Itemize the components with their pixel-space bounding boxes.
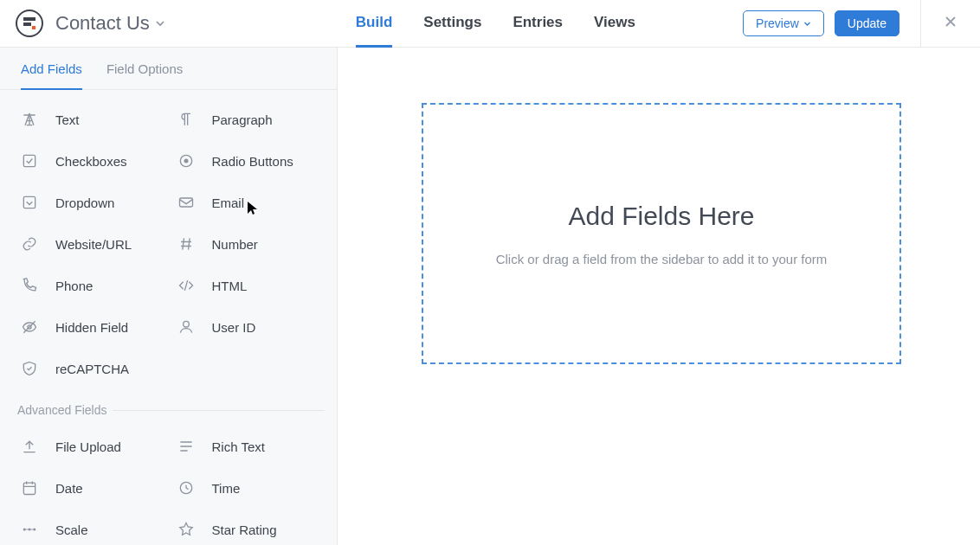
field-label: Email (212, 196, 245, 210)
field-label: Checkboxes (55, 154, 127, 169)
form-canvas[interactable]: Add Fields Here Click or drag a field fr… (338, 48, 980, 545)
chevron-down-icon (155, 18, 165, 29)
field-label: User ID (212, 320, 256, 335)
sidebar-tab-add-fields[interactable]: Add Fields (21, 61, 82, 90)
close-button[interactable] (937, 10, 964, 37)
preview-button-label: Preview (756, 16, 799, 30)
field-label: Time (212, 481, 241, 496)
field-label: Website/URL (55, 237, 132, 252)
dropdown-icon (19, 192, 40, 213)
field-phone[interactable]: Phone (12, 265, 169, 306)
field-number[interactable]: Number (169, 223, 326, 265)
checkbox-icon (19, 151, 40, 171)
svg-rect-3 (23, 196, 35, 208)
field-list: Text Paragraph Checkboxes (0, 90, 337, 545)
form-title-label: Contact Us (55, 12, 150, 35)
svg-rect-7 (23, 483, 35, 494)
field-label: HTML (212, 279, 248, 293)
eye-off-icon (19, 317, 40, 337)
field-html[interactable]: HTML (169, 265, 326, 306)
field-label: Text (55, 112, 80, 127)
nav-entries[interactable]: Entries (513, 0, 563, 48)
field-website-url[interactable]: Website/URL (12, 223, 169, 265)
field-label: Paragraph (212, 112, 273, 127)
link-icon (19, 234, 40, 254)
chevron-down-icon (803, 16, 811, 30)
dropzone[interactable]: Add Fields Here Click or drag a field fr… (422, 103, 901, 364)
app-header: Contact Us Build Settings Entries Views … (0, 0, 980, 48)
field-recaptcha[interactable]: reCAPTCHA (12, 348, 169, 389)
close-icon (944, 15, 957, 33)
paragraph-icon (176, 109, 197, 130)
field-label: Phone (55, 279, 93, 293)
section-advanced-fields: Advanced Fields (12, 403, 325, 417)
field-hidden[interactable]: Hidden Field (12, 306, 169, 348)
field-scale[interactable]: Scale (12, 509, 169, 545)
field-paragraph[interactable]: Paragraph (169, 99, 326, 140)
field-email[interactable]: Email (169, 182, 326, 223)
header-divider (920, 0, 921, 48)
hash-icon (176, 234, 197, 254)
preview-button[interactable]: Preview (743, 10, 824, 36)
field-label: reCAPTCHA (55, 362, 129, 376)
user-icon (176, 317, 197, 337)
calendar-icon (19, 478, 40, 498)
field-star-rating[interactable]: Star Rating (169, 509, 326, 545)
upload-icon (19, 436, 40, 457)
field-label: Star Rating (212, 523, 277, 537)
dropzone-title: Add Fields Here (568, 202, 754, 231)
text-icon (19, 109, 40, 130)
field-label: Hidden Field (55, 320, 128, 335)
field-radio-buttons[interactable]: Radio Buttons (169, 140, 326, 182)
phone-icon (19, 275, 40, 296)
dropzone-subtitle: Click or drag a field from the sidebar t… (496, 252, 828, 266)
nav-build[interactable]: Build (356, 0, 393, 48)
field-dropdown[interactable]: Dropdown (12, 182, 169, 223)
field-time[interactable]: Time (169, 467, 326, 509)
form-title-dropdown[interactable]: Contact Us (55, 12, 165, 35)
app-logo-icon (16, 10, 43, 37)
field-user-id[interactable]: User ID (169, 306, 326, 348)
update-button[interactable]: Update (835, 10, 899, 36)
field-rich-text[interactable]: Rich Text (169, 426, 326, 467)
nav-views[interactable]: Views (594, 0, 635, 48)
nav-settings[interactable]: Settings (423, 0, 481, 48)
scale-icon (19, 519, 40, 540)
clock-icon (176, 478, 197, 498)
field-label: Dropdown (55, 196, 114, 210)
sidebar: Add Fields Field Options Text Paragraph (0, 48, 338, 545)
field-label: Radio Buttons (212, 154, 293, 169)
sidebar-tabs: Add Fields Field Options (0, 48, 337, 90)
field-label: Rich Text (212, 439, 265, 454)
svg-rect-0 (23, 155, 35, 166)
rich-text-icon (176, 436, 197, 457)
header-nav: Build Settings Entries Views (356, 0, 635, 47)
svg-point-6 (183, 321, 189, 327)
header-actions: Preview Update (743, 0, 964, 48)
email-icon (176, 192, 197, 213)
field-label: File Upload (55, 439, 121, 454)
radio-icon (176, 151, 197, 171)
field-label: Date (55, 481, 83, 496)
svg-rect-4 (179, 198, 192, 207)
field-label: Number (212, 237, 258, 252)
section-label: Advanced Fields (9, 403, 113, 417)
field-checkboxes[interactable]: Checkboxes (12, 140, 169, 182)
field-file-upload[interactable]: File Upload (12, 426, 169, 467)
svg-point-2 (184, 159, 188, 164)
star-icon (176, 519, 197, 540)
field-date[interactable]: Date (12, 467, 169, 509)
field-text[interactable]: Text (12, 99, 169, 140)
shield-check-icon (19, 358, 40, 379)
app-body: Add Fields Field Options Text Paragraph (0, 48, 980, 545)
code-icon (176, 275, 197, 296)
update-button-label: Update (848, 16, 887, 30)
sidebar-tab-field-options[interactable]: Field Options (106, 61, 183, 90)
field-label: Scale (55, 523, 88, 537)
